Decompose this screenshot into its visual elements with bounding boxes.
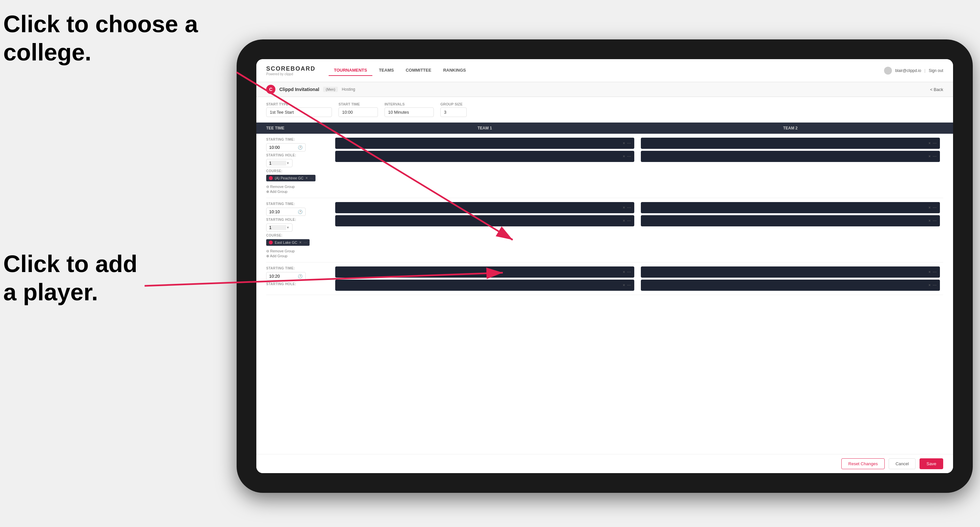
player-expand-icon-2-1[interactable]: ⋯ xyxy=(933,141,937,146)
time-input-field-1[interactable] xyxy=(269,145,298,150)
player-expand-icon-1-1[interactable]: ⋯ xyxy=(627,141,631,146)
player-x-icon-2-1[interactable]: × xyxy=(928,141,931,146)
time-input-1[interactable]: 🕐 xyxy=(266,143,305,151)
player-row-3-1[interactable]: × ⋯ xyxy=(335,202,634,213)
sub-header: C Clippd Invitational (Men) Hosting < Ba… xyxy=(256,82,953,97)
player-expand-icon-5-1[interactable]: ⋯ xyxy=(627,270,631,275)
remove-group-1[interactable]: ⊖ Remove Group xyxy=(266,185,325,189)
add-group-2[interactable]: ⊕ Add Group xyxy=(266,254,325,258)
player-x-icon-6-2[interactable]: × xyxy=(928,283,931,287)
hole-select-2[interactable]: 1 ▼ xyxy=(266,224,293,232)
player-expand-icon-4-2[interactable]: ⋯ xyxy=(933,219,937,223)
team2-col-1: × ⋯ × ⋯ xyxy=(638,138,943,194)
schedule-block-2: STARTING TIME: 🕐 STARTING HOLE: 1 ▼ xyxy=(266,198,943,262)
start-type-select[interactable]: 1st Tee Start xyxy=(266,108,332,117)
starting-time-label-2: STARTING TIME: xyxy=(266,202,325,206)
nav-link-committee[interactable]: COMMITTEE xyxy=(400,65,436,76)
player-x-icon-2-2[interactable]: × xyxy=(928,154,931,159)
chevron-down-icon-1: ▼ xyxy=(286,161,290,165)
player-row-6-2[interactable]: × ⋯ xyxy=(641,279,940,291)
nav-link-rankings[interactable]: RANKINGS xyxy=(438,65,471,76)
nav-logo: SCOREBOARD Powered by clippd xyxy=(266,65,315,76)
clock-icon-1: 🕐 xyxy=(298,145,303,150)
clock-icon-2: 🕐 xyxy=(298,210,303,214)
starting-hole-label-3: STARTING HOLE: xyxy=(266,282,325,286)
add-group-1[interactable]: ⊕ Add Group xyxy=(266,190,325,194)
back-button[interactable]: < Back xyxy=(930,87,943,92)
player-row-5-1[interactable]: × ⋯ xyxy=(335,267,634,278)
course-tag-expand-1[interactable]: ⋯ xyxy=(310,176,313,180)
player-x-icon-6-1[interactable]: × xyxy=(928,270,931,275)
schedule-block-3: STARTING TIME: 🕐 STARTING HOLE: × ⋯ xyxy=(266,262,943,295)
save-button[interactable]: Save xyxy=(920,458,943,469)
player-row-2-2[interactable]: × ⋯ xyxy=(641,151,940,162)
hole-select-field-1[interactable]: 1 xyxy=(269,161,286,166)
nav-divider: | xyxy=(924,68,926,73)
player-x-icon-3-2[interactable]: × xyxy=(623,219,625,223)
annotation-top: Click to choose a college. xyxy=(3,10,198,67)
col-tee-time: Tee Time xyxy=(266,126,332,130)
player-x-icon-1-1[interactable]: × xyxy=(623,141,625,146)
starting-hole-label-2: STARTING HOLE: xyxy=(266,218,325,221)
hole-select-field-2[interactable]: 1 xyxy=(269,225,286,230)
start-time-group: Start Time xyxy=(339,102,378,117)
tournament-logo: C xyxy=(266,85,275,94)
course-tag-close-1[interactable]: × xyxy=(305,176,308,180)
cancel-button[interactable]: Cancel xyxy=(889,458,916,469)
player-expand-icon-5-2[interactable]: ⋯ xyxy=(627,283,631,287)
player-row-4-1[interactable]: × ⋯ xyxy=(641,202,940,213)
left-panel-1: STARTING TIME: 🕐 STARTING HOLE: 1 ▼ xyxy=(266,138,332,194)
time-input-3[interactable]: 🕐 xyxy=(266,272,305,280)
player-row-3-2[interactable]: × ⋯ xyxy=(335,215,634,226)
course-tag-close-2[interactable]: × xyxy=(299,240,301,245)
player-row-5-2[interactable]: × ⋯ xyxy=(335,279,634,291)
player-x-icon-3-1[interactable]: × xyxy=(623,205,625,210)
group-size-select[interactable]: 3 xyxy=(441,108,467,117)
player-x-icon-5-1[interactable]: × xyxy=(623,270,625,275)
reset-button[interactable]: Reset Changes xyxy=(841,458,885,469)
player-row-6-1[interactable]: × ⋯ xyxy=(641,267,940,278)
team2-col-2: × ⋯ × ⋯ xyxy=(638,202,943,258)
nav-link-tournaments[interactable]: TOURNAMENTS xyxy=(329,65,372,76)
course-label-2: COURSE: xyxy=(266,233,325,237)
player-expand-icon-3-1[interactable]: ⋯ xyxy=(627,205,631,210)
player-expand-icon-4-1[interactable]: ⋯ xyxy=(933,205,937,210)
intervals-select[interactable]: 10 Minutes xyxy=(385,108,434,117)
nav-link-teams[interactable]: TEAMS xyxy=(374,65,399,76)
player-expand-icon-3-2[interactable]: ⋯ xyxy=(627,219,631,223)
time-input-2[interactable]: 🕐 xyxy=(266,208,305,216)
player-x-icon-4-2[interactable]: × xyxy=(928,219,931,223)
course-tag-expand-2[interactable]: ⋯ xyxy=(304,241,307,244)
nav-bar: SCOREBOARD Powered by clippd TOURNAMENTS… xyxy=(256,59,953,82)
intervals-label: Intervals xyxy=(385,102,434,106)
player-expand-icon-6-2[interactable]: ⋯ xyxy=(933,283,937,287)
player-row-1-2[interactable]: × ⋯ xyxy=(335,151,634,162)
nav-logo-sub: Powered by clippd xyxy=(266,72,315,76)
form-row: Start Type 1st Tee Start Start Time Inte… xyxy=(256,97,953,122)
table-header: Tee Time Team 1 Team 2 xyxy=(256,122,953,134)
hole-select-1[interactable]: 1 ▼ xyxy=(266,159,293,167)
course-label-1: COURSE: xyxy=(266,169,325,173)
nav-signout[interactable]: Sign out xyxy=(929,68,943,73)
player-row-1-1[interactable]: × ⋯ xyxy=(335,138,634,149)
time-input-field-2[interactable] xyxy=(269,209,298,214)
start-type-group: Start Type 1st Tee Start xyxy=(266,102,332,117)
course-tag-2[interactable]: East Lake GC × ⋯ xyxy=(266,239,325,246)
player-row-2-1[interactable]: × ⋯ xyxy=(641,138,940,149)
nav-email: blair@clippd.io xyxy=(895,68,921,73)
remove-group-2[interactable]: ⊖ Remove Group xyxy=(266,249,325,253)
player-x-icon-4-1[interactable]: × xyxy=(928,205,931,210)
player-x-icon-5-2[interactable]: × xyxy=(623,283,625,287)
start-time-input[interactable] xyxy=(339,108,378,117)
course-name-1: (A) Peachtree GC xyxy=(275,176,303,180)
player-expand-icon-1-2[interactable]: ⋯ xyxy=(627,154,631,159)
nav-links: TOURNAMENTS TEAMS COMMITTEE RANKINGS xyxy=(329,65,884,76)
time-input-field-3[interactable] xyxy=(269,274,298,279)
player-row-4-2[interactable]: × ⋯ xyxy=(641,215,940,226)
player-x-icon-1-2[interactable]: × xyxy=(623,154,625,159)
course-tag-1[interactable]: (A) Peachtree GC × ⋯ xyxy=(266,175,325,181)
player-expand-icon-6-1[interactable]: ⋯ xyxy=(933,270,937,275)
player-expand-icon-2-2[interactable]: ⋯ xyxy=(933,154,937,159)
annotation-bottom-line2: a player. xyxy=(3,279,98,305)
course-tag-icon-2 xyxy=(269,241,273,244)
